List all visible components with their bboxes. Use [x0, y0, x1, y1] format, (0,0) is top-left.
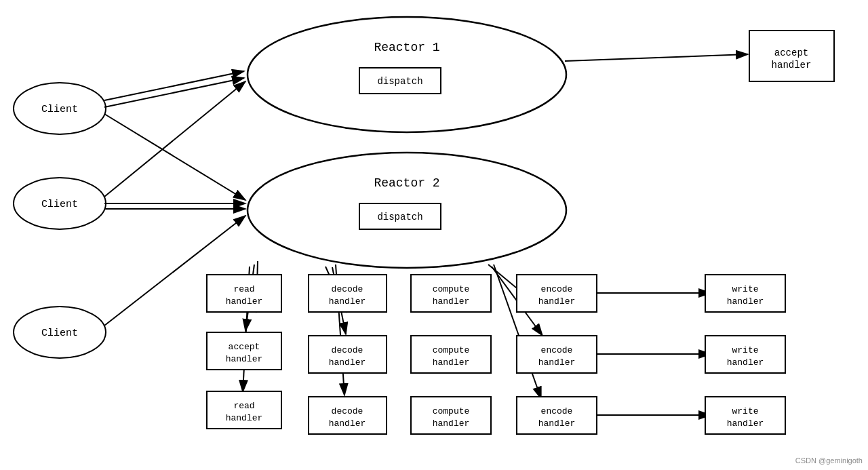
- encode1-line2: handler: [538, 296, 576, 307]
- encode2-line2: handler: [538, 357, 576, 368]
- client1-label: Client: [41, 104, 78, 115]
- client1-to-reactor1-b: [104, 78, 244, 107]
- client2-label: Client: [41, 199, 78, 210]
- compute1-line1: compute: [433, 284, 470, 294]
- accept-handler2-line2: handler: [226, 354, 263, 364]
- decode1-line1: decode: [332, 284, 363, 294]
- write2-line1: write: [732, 345, 758, 355]
- client1-to-reactor2-a: [104, 114, 245, 200]
- client3-label: Client: [41, 328, 78, 339]
- dispatch2-label: dispatch: [377, 212, 422, 222]
- compute1-line2: handler: [433, 296, 470, 307]
- read-handler1-line2: handler: [226, 296, 263, 307]
- read-handler2-line1: read: [233, 401, 254, 411]
- encode3-line2: handler: [538, 418, 576, 429]
- write3-line2: handler: [727, 418, 764, 429]
- decode3-line2: handler: [329, 418, 366, 429]
- encode2-line1: encode: [541, 345, 573, 355]
- decode3-line1: decode: [332, 406, 363, 416]
- decode2-line1: decode: [332, 345, 363, 355]
- write3-line1: write: [732, 406, 758, 416]
- watermark: CSDN @geminigoth: [795, 456, 863, 465]
- reactor1-label: Reactor 1: [374, 41, 439, 54]
- encode1-line1: encode: [541, 284, 573, 294]
- reactor2-label: Reactor 2: [374, 176, 439, 190]
- accept-handler-top-label: accept: [774, 47, 808, 58]
- read-handler1-line1: read: [233, 284, 254, 294]
- reactor1-to-accept: [565, 54, 748, 61]
- client1-to-reactor1-a: [104, 71, 244, 100]
- compute2-line1: compute: [433, 345, 470, 355]
- compute3-line2: handler: [433, 418, 470, 429]
- write2-line2: handler: [727, 357, 764, 368]
- write1-line1: write: [732, 284, 758, 294]
- read-handler2-line2: handler: [226, 413, 263, 423]
- decode2-line2: handler: [329, 357, 366, 368]
- accept-handler-top-label2: handler: [772, 60, 812, 71]
- client2-to-reactor1-a: [104, 81, 245, 197]
- encode3-line1: encode: [541, 406, 573, 416]
- decode1-line2: handler: [329, 296, 366, 307]
- accept-handler2-line1: accept: [229, 342, 260, 352]
- compute3-line1: compute: [433, 406, 470, 416]
- dispatch1-label: dispatch: [377, 76, 422, 87]
- compute2-line2: handler: [433, 357, 470, 368]
- write1-line2: handler: [727, 296, 764, 307]
